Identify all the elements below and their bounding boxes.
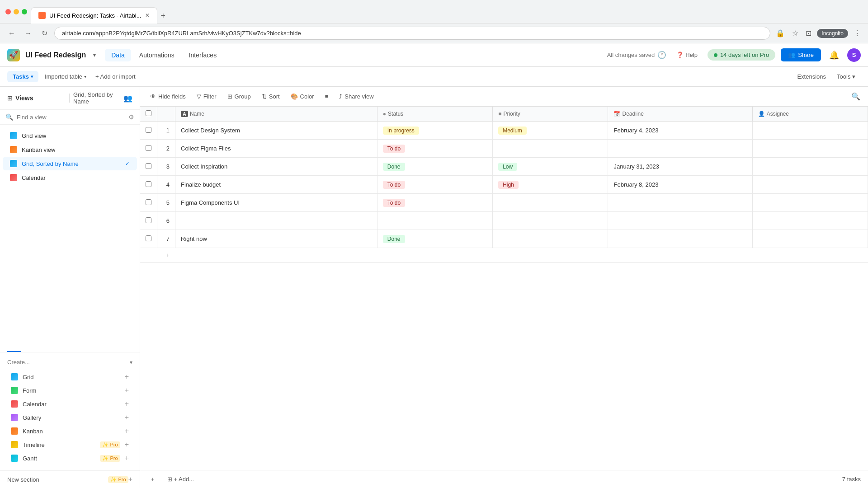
row-checkbox[interactable]	[146, 235, 151, 241]
row-checkbox[interactable]	[146, 199, 151, 205]
row-priority[interactable]: Low	[493, 158, 608, 176]
filter-btn[interactable]: ▽ Filter	[192, 91, 221, 102]
row-status[interactable]: In progress	[377, 122, 492, 140]
sidebar-item-grid-view[interactable]: Grid view	[3, 129, 137, 142]
menu-icon[interactable]: ⋮	[852, 27, 863, 39]
row-priority[interactable]	[493, 140, 608, 158]
forward-btn[interactable]: →	[22, 27, 34, 40]
help-btn[interactable]: ❓ Help	[672, 49, 702, 61]
row-checkbox[interactable]	[146, 127, 151, 133]
status-badge[interactable]: Done	[383, 163, 405, 171]
create-timeline-plus[interactable]: +	[125, 441, 129, 449]
row-name[interactable]: Collect Inspiration	[175, 158, 377, 176]
sidebar-item-kanban-view[interactable]: Kanban view	[3, 143, 137, 156]
create-item-timeline[interactable]: Timeline ✨ Pro +	[7, 438, 132, 451]
row-assignee[interactable]	[752, 212, 868, 230]
table-row[interactable]: 3 Collect Inspiration Done Low January 3…	[140, 158, 868, 176]
row-priority[interactable]: Medium	[493, 122, 608, 140]
app-title[interactable]: UI Feed Redesign	[25, 51, 86, 59]
color-btn[interactable]: 🎨 Color	[286, 91, 319, 102]
split-screen-icon[interactable]: ⊡	[804, 27, 813, 39]
address-bar[interactable]: airtable.com/appnB2PYqtdgiMrZG/tbliXpR4Z…	[54, 27, 770, 40]
row-assignee[interactable]	[752, 122, 868, 140]
row-deadline[interactable]	[608, 212, 752, 230]
row-checkbox[interactable]	[146, 163, 151, 169]
row-assignee[interactable]	[752, 230, 868, 248]
priority-badge[interactable]: Medium	[498, 127, 527, 135]
bookmark-icon[interactable]: ☆	[790, 27, 800, 39]
create-item-calendar[interactable]: Calendar +	[7, 397, 132, 411]
create-item-form[interactable]: Form +	[7, 384, 132, 397]
priority-badge[interactable]: High	[498, 181, 519, 189]
row-priority[interactable]	[493, 230, 608, 248]
create-item-kanban[interactable]: Kanban +	[7, 424, 132, 438]
find-view-input[interactable]	[17, 114, 125, 121]
th-deadline[interactable]: 📅 Deadline	[608, 107, 752, 122]
app-title-caret[interactable]: ▾	[93, 52, 96, 58]
sort-btn[interactable]: ⇅ Sort	[257, 91, 284, 102]
create-grid-plus[interactable]: +	[125, 373, 129, 381]
create-gallery-plus[interactable]: +	[125, 413, 129, 422]
row-name[interactable]: Figma Components UI	[175, 194, 377, 212]
active-tab[interactable]: UI Feed Redesign: Tasks - Airtabl... ✕	[31, 7, 157, 23]
row-name[interactable]: Collect Design System	[175, 122, 377, 140]
gear-icon[interactable]: ⚙	[128, 113, 134, 121]
notification-btn[interactable]: 🔔	[826, 47, 842, 63]
row-checkbox[interactable]	[146, 145, 151, 151]
row-deadline[interactable]: February 4, 2023	[608, 122, 752, 140]
table-row[interactable]: 2 Collect Figma Files To do	[140, 140, 868, 158]
row-priority[interactable]	[493, 212, 608, 230]
row-assignee[interactable]	[752, 194, 868, 212]
create-kanban-plus[interactable]: +	[125, 427, 129, 435]
create-gantt-plus[interactable]: +	[125, 454, 129, 462]
avatar[interactable]: S	[847, 48, 861, 62]
table-row[interactable]: 7 Right now Done	[140, 230, 868, 248]
row-deadline[interactable]	[608, 194, 752, 212]
status-badge[interactable]: To do	[383, 199, 405, 207]
share-view-btn[interactable]: ⤴ Share view	[335, 91, 378, 102]
row-assignee[interactable]	[752, 176, 868, 194]
priority-badge[interactable]: Low	[498, 163, 517, 171]
nav-interfaces-btn[interactable]: Interfaces	[183, 49, 223, 61]
row-priority[interactable]	[493, 194, 608, 212]
row-height-btn[interactable]: ≡	[321, 91, 333, 102]
status-badge[interactable]: To do	[383, 145, 405, 153]
row-deadline[interactable]: February 8, 2023	[608, 176, 752, 194]
table-row[interactable]: 5 Figma Components UI To do	[140, 194, 868, 212]
app-logo[interactable]: 🚀	[7, 49, 20, 61]
row-assignee[interactable]	[752, 140, 868, 158]
row-status[interactable]: Done	[377, 230, 492, 248]
table-row[interactable]: 4 Finalize budget To do High February 8,…	[140, 176, 868, 194]
nav-data-btn[interactable]: Data	[105, 49, 131, 61]
row-status[interactable]: To do	[377, 140, 492, 158]
row-name[interactable]: Finalize budget	[175, 176, 377, 194]
add-or-import-btn[interactable]: + Add or import	[91, 71, 140, 82]
nav-automations-btn[interactable]: Automations	[133, 49, 181, 61]
table-row[interactable]: 1 Collect Design System In progress Medi…	[140, 122, 868, 140]
row-status[interactable]: To do	[377, 176, 492, 194]
row-assignee[interactable]	[752, 158, 868, 176]
row-status[interactable]	[377, 212, 492, 230]
tools-btn[interactable]: Tools ▾	[831, 71, 861, 82]
table-search-icon[interactable]: 🔍	[849, 90, 863, 103]
share-btn[interactable]: 👥 Share	[781, 48, 821, 61]
select-all-checkbox[interactable]	[146, 110, 151, 116]
refresh-btn[interactable]: ↻	[38, 27, 51, 40]
new-section-row[interactable]: New section ✨ Pro +	[0, 470, 140, 488]
th-assignee[interactable]: 👤 Assignee	[752, 107, 868, 122]
window-min-btn[interactable]	[14, 9, 19, 14]
sidebar-item-calendar[interactable]: Calendar	[3, 171, 137, 184]
create-calendar-plus[interactable]: +	[125, 400, 129, 408]
status-badge[interactable]: In progress	[383, 127, 419, 135]
sidebar-item-grid-sorted[interactable]: Grid, Sorted by Name ✓	[3, 157, 137, 170]
tasks-tab[interactable]: Tasks ▾	[7, 71, 38, 82]
row-checkbox[interactable]	[146, 181, 151, 187]
incognito-badge[interactable]: Incognito	[817, 29, 848, 38]
row-name[interactable]: Collect Figma Files	[175, 140, 377, 158]
row-checkbox[interactable]	[146, 217, 151, 223]
row-status[interactable]: Done	[377, 158, 492, 176]
window-close-btn[interactable]	[5, 9, 11, 14]
status-badge[interactable]: To do	[383, 181, 405, 189]
row-deadline[interactable]	[608, 230, 752, 248]
pro-badge[interactable]: 14 days left on Pro	[708, 49, 775, 61]
